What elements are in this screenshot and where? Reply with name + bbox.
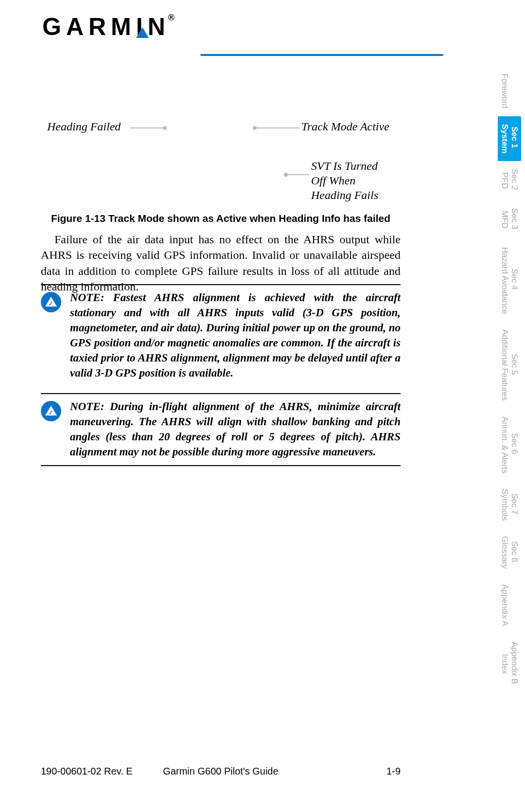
tab-sec1-system[interactable]: Sec 1 System	[498, 116, 521, 161]
tab-label: Sec 3	[510, 208, 519, 229]
tab-sec5-additional[interactable]: Sec 5 Additional Features	[498, 322, 521, 408]
header: GARMIN®	[42, 13, 403, 41]
tab-label: Sec 7	[510, 493, 519, 514]
footer: 190-00601-02 Rev. E Garmin G600 Pilot's …	[41, 766, 401, 777]
footer-title: Garmin G600 Pilot's Guide	[41, 766, 401, 777]
callout-dot	[284, 173, 288, 177]
callout-dot	[253, 126, 257, 130]
tab-label: Appendix A	[500, 584, 509, 626]
note-body: : During in-flight alignment of the AHRS…	[70, 400, 401, 458]
garmin-logo: GARMIN®	[42, 13, 403, 41]
tab-appendix-b[interactable]: Appendix B Index	[498, 634, 521, 694]
note-check-icon: ✓	[41, 401, 61, 421]
tab-sublabel: Additional Features	[500, 329, 509, 400]
tab-label: Appendix B	[510, 642, 519, 684]
note-check-icon: ✓	[41, 292, 61, 312]
tab-sublabel: Hazard Avoidance	[500, 247, 509, 314]
tab-sec7-symbols[interactable]: Sec 7 Symbols	[498, 481, 521, 528]
tab-label: Sec 8	[510, 541, 519, 562]
header-rule	[200, 54, 443, 56]
callout-line	[286, 174, 309, 175]
note-text: NOTE: During in-flight alignment of the …	[70, 399, 401, 459]
brand-name: GARMIN	[42, 13, 170, 40]
tab-sec8-glossary[interactable]: Sec 8 Glossary	[498, 528, 521, 577]
tab-label: Sec 1	[510, 126, 519, 148]
registered-mark: ®	[168, 13, 179, 22]
tab-sublabel: Index	[500, 642, 509, 686]
tab-foreword[interactable]: Foreword	[498, 66, 511, 116]
figure-caption: Figure 1-13 Track Mode shown as Active w…	[41, 213, 401, 224]
tab-sublabel: PFD	[500, 169, 509, 192]
tab-label: Sec 6	[510, 433, 519, 454]
annotation-track-mode-active: Track Mode Active	[301, 120, 389, 133]
note-row: ✓ NOTE: During in-flight alignment of th…	[41, 394, 401, 465]
tab-label: Sec 5	[510, 354, 519, 375]
annotation-svt-off: SVT Is Turned Off When Heading Fails	[311, 159, 394, 202]
tab-appendix-a[interactable]: Appendix A	[498, 577, 511, 634]
tab-label: Sec 2	[510, 169, 519, 190]
note-text: NOTE: Fastest AHRS alignment is achieved…	[70, 290, 401, 380]
annotation-heading-failed: Heading Failed	[47, 120, 121, 133]
tab-sublabel: Annun. & Alerts	[500, 416, 509, 473]
tab-sublabel: System	[500, 124, 509, 153]
callout-line	[130, 127, 164, 128]
garmin-delta-icon	[136, 27, 149, 38]
note-label: NOTE	[70, 400, 101, 413]
tab-sec4-hazard[interactable]: Sec 4 Hazard Avoidance	[498, 239, 521, 322]
tab-label: Sec 4	[510, 269, 519, 289]
tab-sec3-mfd[interactable]: Sec 3 MFD	[498, 200, 521, 239]
tab-label: Foreword	[500, 73, 509, 108]
note-block-1: ✓ NOTE: Fastest AHRS alignment is achiev…	[41, 284, 401, 386]
tab-sublabel: Glossary	[500, 536, 509, 569]
tab-sublabel: Symbols	[500, 489, 509, 521]
note-label: NOTE	[70, 291, 101, 304]
note-row: ✓ NOTE: Fastest AHRS alignment is achiev…	[41, 285, 401, 386]
note-block-2: ✓ NOTE: During in-flight alignment of th…	[41, 393, 401, 466]
tab-sublabel: MFD	[500, 208, 509, 232]
callout-line	[255, 127, 299, 128]
callout-dot	[163, 126, 167, 130]
tab-sec2-pfd[interactable]: Sec 2 PFD	[498, 161, 521, 200]
section-tabs: Foreword Sec 1 System Sec 2 PFD Sec 3 MF…	[498, 66, 525, 694]
note-body: : Fastest AHRS alignment is achieved wit…	[70, 291, 401, 379]
tab-sec6-annun[interactable]: Sec 6 Annun. & Alerts	[498, 409, 521, 481]
note-rule-bottom	[41, 465, 401, 466]
page: GARMIN® Heading Failed Track Mode Active…	[0, 0, 525, 812]
logo-text: GARMIN®	[42, 13, 179, 41]
